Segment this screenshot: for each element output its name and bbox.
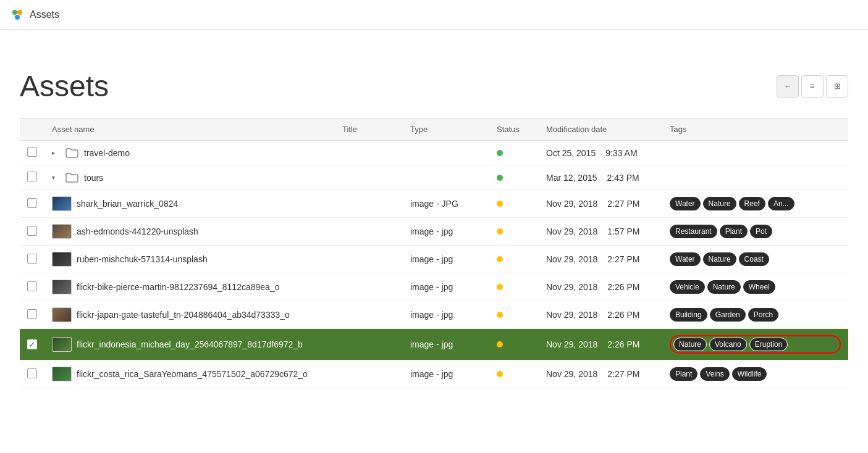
- back-view-button[interactable]: ←: [777, 75, 799, 98]
- tags-container: WaterNatureCoast: [670, 252, 841, 266]
- table-header: Asset name Title Type Status Modificatio…: [20, 118, 848, 141]
- row-checkbox[interactable]: [27, 226, 37, 236]
- tag-item: Water: [670, 197, 701, 210]
- col-header-title: Title: [335, 118, 403, 141]
- row-thumbnail: [52, 337, 72, 352]
- row-status-cell: [489, 165, 539, 190]
- col-header-moddate: Modification date: [539, 118, 662, 141]
- grid-icon: ⊞: [834, 81, 841, 91]
- row-date-cell: Mar 12, 20152:43 PM: [539, 165, 662, 190]
- row-name-cell: flickr-bike-pierce-martin-9812237694_811…: [44, 273, 335, 301]
- page-title: Assets: [20, 69, 109, 103]
- list-view-button[interactable]: ≡: [801, 75, 824, 98]
- folder-chevron[interactable]: ▾: [52, 174, 61, 181]
- status-dot: [497, 150, 503, 156]
- tags-container: VehicleNatureWheel: [670, 280, 841, 294]
- row-date-cell: Nov 29, 20181:57 PM: [539, 218, 662, 246]
- row-name-cell: ash-edmonds-441220-unsplash: [44, 218, 335, 246]
- row-name-cell: flickr_indonesia_michael_day_2564067897_…: [44, 329, 335, 360]
- row-date-cell: Nov 29, 20182:27 PM: [539, 360, 662, 388]
- tag-item: Wildlife: [732, 367, 767, 381]
- row-check-cell: ✓: [20, 329, 44, 360]
- row-check-cell: [20, 246, 44, 273]
- folder-icon: [65, 148, 79, 159]
- row-name-text: shark_brian_warrick_0824: [77, 199, 178, 209]
- table-row[interactable]: shark_brian_warrick_0824image - JPGNov 2…: [20, 190, 848, 218]
- time-part: 2:27 PM: [607, 199, 639, 209]
- row-title-cell: [335, 218, 403, 246]
- row-type-cell: image - jpg: [403, 273, 489, 301]
- date-part: Mar 12, 2015: [546, 173, 597, 183]
- table-row[interactable]: flickr_costa_rica_SaraYeomans_475571502_…: [20, 360, 848, 388]
- row-date-cell: Nov 29, 20182:27 PM: [539, 246, 662, 273]
- row-checkbox[interactable]: [27, 254, 37, 264]
- nav-title: Assets: [30, 9, 59, 20]
- row-type-cell: [403, 165, 489, 190]
- row-check-cell: [20, 218, 44, 246]
- row-type-cell: image - jpg: [403, 360, 489, 388]
- row-checkbox[interactable]: ✓: [27, 339, 37, 349]
- tag-item: Reef: [739, 197, 765, 210]
- row-date-cell: Oct 25, 20159:33 AM: [539, 141, 662, 165]
- table-row[interactable]: ruben-mishchuk-571314-unsplashimage - jp…: [20, 246, 848, 273]
- time-part: 2:26 PM: [607, 339, 639, 349]
- row-title-cell: [335, 329, 403, 360]
- row-title-cell: [335, 301, 403, 329]
- table-row[interactable]: ▾toursMar 12, 20152:43 PM: [20, 165, 848, 190]
- row-name-cell: shark_brian_warrick_0824: [44, 190, 335, 218]
- row-checkbox[interactable]: [27, 309, 37, 319]
- row-date-cell: Nov 29, 20182:27 PM: [539, 190, 662, 218]
- row-tags-cell: RestaurantPlantPot: [662, 218, 848, 246]
- tag-item: Coast: [739, 252, 769, 266]
- date-part: Nov 29, 2018: [546, 310, 597, 320]
- tag-item: Nature: [673, 338, 707, 351]
- folder-chevron[interactable]: ▸: [52, 149, 61, 156]
- row-checkbox[interactable]: [27, 281, 37, 291]
- row-date-cell: Nov 29, 20182:26 PM: [539, 301, 662, 329]
- status-dot: [497, 175, 503, 181]
- tag-item: Restaurant: [670, 225, 717, 238]
- tag-item: Vehicle: [670, 280, 705, 294]
- status-dot: [497, 201, 503, 207]
- folder-icon: [65, 172, 79, 183]
- tag-item: Nature: [703, 252, 736, 266]
- table-row[interactable]: ✓flickr_indonesia_michael_day_2564067897…: [20, 329, 848, 360]
- row-tags-cell: [662, 141, 848, 165]
- row-name-text: tours: [84, 173, 103, 183]
- row-status-cell: [489, 190, 539, 218]
- page-header: Assets ← ≡ ⊞: [20, 44, 848, 103]
- grid-view-button[interactable]: ⊞: [826, 75, 848, 98]
- row-tags-cell: WaterNatureReefAn...: [662, 190, 848, 218]
- row-status-cell: [489, 141, 539, 165]
- col-header-check: [20, 118, 44, 141]
- row-name-text: ash-edmonds-441220-unsplash: [77, 226, 198, 236]
- row-name-cell: flickr-japan-gate-tasteful_tn-204886404_…: [44, 301, 335, 329]
- row-check-cell: [20, 165, 44, 190]
- table-row[interactable]: ash-edmonds-441220-unsplashimage - jpgNo…: [20, 218, 848, 246]
- status-dot: [497, 228, 503, 235]
- row-type-cell: [403, 141, 489, 165]
- row-checkbox[interactable]: [27, 147, 37, 157]
- row-thumbnail: [52, 196, 72, 211]
- row-name-cell: ▾tours: [44, 165, 335, 190]
- back-icon: ←: [783, 81, 791, 91]
- row-name-text: travel-demo: [84, 148, 130, 158]
- table-row[interactable]: flickr-japan-gate-tasteful_tn-204886404_…: [20, 301, 848, 329]
- status-dot: [497, 371, 503, 377]
- row-checkbox[interactable]: [27, 172, 37, 181]
- tag-item: Water: [670, 252, 701, 266]
- table-row[interactable]: ▸travel-demoOct 25, 20159:33 AM: [20, 141, 848, 165]
- row-name-cell: ▸travel-demo: [44, 141, 335, 165]
- logo-icon: [10, 7, 25, 22]
- row-date-cell: Nov 29, 20182:26 PM: [539, 273, 662, 301]
- tag-item: Plant: [720, 225, 748, 238]
- table-body: ▸travel-demoOct 25, 20159:33 AM▾toursMar…: [20, 141, 848, 388]
- row-status-cell: [489, 329, 539, 360]
- date-part: Nov 29, 2018: [546, 226, 597, 236]
- row-check-cell: [20, 273, 44, 301]
- row-checkbox[interactable]: [27, 198, 37, 208]
- row-status-cell: [489, 360, 539, 388]
- row-date-cell: Nov 29, 20182:26 PM: [539, 329, 662, 360]
- table-row[interactable]: flickr-bike-pierce-martin-9812237694_811…: [20, 273, 848, 301]
- row-checkbox[interactable]: [27, 368, 37, 378]
